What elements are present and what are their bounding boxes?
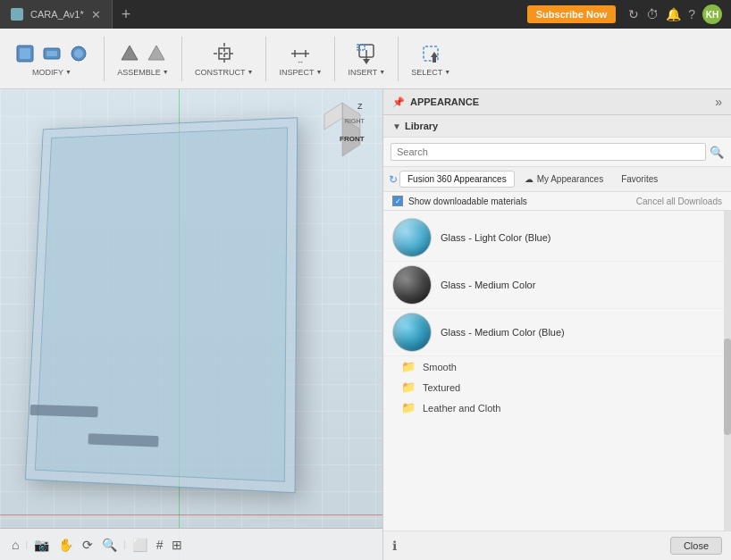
sep5 [398,37,399,81]
select-tool[interactable]: SELECT ▼ [406,38,456,80]
fusion-tab-label: Fusion 360 Appearances [408,174,507,184]
svg-marker-7 [148,46,164,60]
cube-nav[interactable]: Z FRONT RIGHT [311,98,374,161]
panel-title-text: APPEARANCE [410,96,479,107]
display-icon[interactable]: ⬜ [130,536,150,554]
my-appearances-label: My Appearances [537,174,604,184]
search-input[interactable] [391,143,706,161]
zoom-icon[interactable]: 🔍 [99,536,120,554]
modify-icon3 [66,41,91,66]
panel-expand-button[interactable]: » [715,95,722,109]
camera-icon[interactable]: 📷 [31,536,52,554]
material-thumb-glass-light-blue [392,218,432,257]
svg-marker-6 [122,46,138,60]
file-tab[interactable]: CARA_Av1* ✕ [0,0,113,29]
material-item-glass-light-blue[interactable]: Glass - Light Color (Blue) [383,214,731,262]
material-name-glass-medium-blue: Glass - Medium Color (Blue) [441,327,565,338]
sep2 [181,37,182,81]
folder-textured-label: Textured [423,382,460,393]
svg-rect-3 [46,51,57,56]
library-arrow-icon: ▼ [392,121,401,131]
new-tab-button[interactable]: + [113,5,140,24]
tab-name: CARA_Av1* [30,9,84,20]
notification-icon[interactable]: 🔔 [666,7,681,21]
top-bar: CARA_Av1* ✕ + Subscribe Now ↻ ⏱ 🔔 ? KH [0,0,731,29]
pan-icon[interactable]: ✋ [55,536,76,554]
panel-title: 📌 APPEARANCE [392,96,479,108]
help-icon[interactable]: ? [688,7,695,21]
panel-body: ▼ Library 🔍 ↻ Fusion 360 Appearances ☁ M… [383,115,731,531]
grid-icon[interactable]: # [154,536,166,554]
materials-area: Glass - Light Color (Blue) Glass - Mediu… [383,211,731,531]
cancel-downloads-button[interactable]: Cancel all Downloads [636,196,722,206]
tab-fusion-appearances[interactable]: Fusion 360 Appearances [399,171,515,188]
inspect-tool[interactable]: ↔ INSPECT ▼ [273,38,327,80]
folder-textured[interactable]: 📁 Textured [383,377,731,397]
panel-header: 📌 APPEARANCE » [383,89,731,115]
library-title: Library [405,121,438,131]
search-icon[interactable]: 🔍 [710,146,724,159]
select-label: SELECT [411,68,442,77]
refresh-appearances-icon[interactable]: ↻ [389,173,398,186]
home-icon[interactable]: ⌂ [9,536,21,554]
history-icon[interactable]: ⏱ [646,7,659,21]
sep4 [334,37,335,81]
library-header[interactable]: ▼ Library [383,115,731,138]
materials-list: Glass - Light Color (Blue) Glass - Mediu… [383,211,731,531]
downloads-label: Show downloadable materials [408,196,527,206]
info-icon[interactable]: ℹ [392,539,397,553]
insert-icon [354,41,379,66]
downloads-checkbox[interactable]: ✓ [392,196,403,206]
material-item-glass-medium-blue[interactable]: Glass - Medium Color (Blue) [383,309,731,356]
svg-rect-1 [20,48,30,59]
close-button[interactable]: Close [670,537,722,555]
assemble-label: ASSEMBLE [117,68,161,77]
svg-text:↔: ↔ [297,58,304,66]
construct-label: CONSTRUCT [195,68,246,77]
sep1 [104,37,105,81]
material-thumb-glass-medium-blue [392,313,432,352]
x-axis [0,514,382,515]
3d-object [25,117,298,493]
panel-footer: ℹ Close [383,531,731,560]
material-item-glass-medium[interactable]: Glass - Medium Color [383,262,731,309]
inspect-label: INSPECT [279,68,314,77]
folder-leather-label: Leather and Cloth [423,403,500,414]
assemble-tool[interactable]: ASSEMBLE ▼ [112,38,174,80]
svg-marker-17 [363,59,370,64]
tab-close-button[interactable]: ✕ [91,8,101,21]
folder-smooth-label: Smooth [423,362,457,372]
svg-marker-20 [431,52,438,63]
material-thumb-glass-medium [392,265,432,305]
modify-icon2 [39,41,64,66]
panel-pin-icon[interactable]: 📌 [392,96,405,108]
downloads-bar: ✓ Show downloadable materials Cancel all… [383,192,731,211]
construct-tool[interactable]: CONSTRUCT ▼ [189,38,258,80]
scrollbar-thumb[interactable] [724,339,731,434]
tab-area: CARA_Av1* ✕ + [0,0,139,29]
svg-point-5 [74,49,83,58]
construct-icon [212,41,237,66]
modify-tool[interactable]: MODIFY ▼ [7,38,97,80]
folder-leather[interactable]: 📁 Leather and Cloth [383,397,731,418]
viewport[interactable]: Z FRONT RIGHT ⌂ | 📷 ✋ [0,89,382,560]
tab-my-appearances[interactable]: ☁ My Appearances [517,171,612,188]
bottom-toolbar: ⌂ | 📷 ✋ ⟳ 🔍 | ⬜ # ⊞ [0,528,382,560]
subscribe-button[interactable]: Subscribe Now [527,5,616,23]
tab-favorites[interactable]: Favorites [613,171,666,188]
select-icon [418,41,443,66]
scrollbar-track[interactable] [724,211,731,531]
insert-tool[interactable]: INSERT ▼ [342,38,391,80]
material-name-glass-medium: Glass - Medium Color [441,280,535,290]
folder-leather-icon: 📁 [401,401,416,414]
svg-rect-18 [357,45,365,50]
refresh-icon[interactable]: ↻ [628,7,639,21]
user-avatar[interactable]: KH [702,4,722,24]
folder-smooth[interactable]: 📁 Smooth [383,356,731,377]
svg-text:FRONT: FRONT [340,135,365,143]
orbit-icon[interactable]: ⟳ [80,536,96,554]
favorites-label: Favorites [621,174,658,184]
panel-tabs: ↻ Fusion 360 Appearances ☁ My Appearance… [383,167,731,192]
view-icon[interactable]: ⊞ [169,536,185,554]
inspect-icon: ↔ [288,41,313,66]
